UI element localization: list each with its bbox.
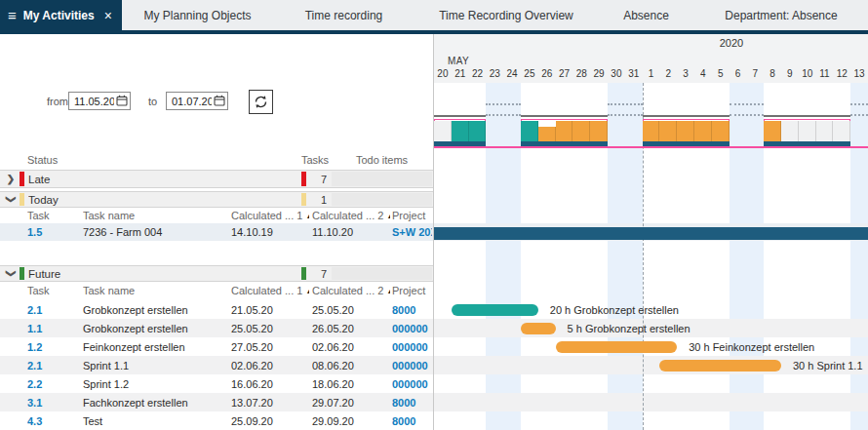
day-header-cell: 22 (469, 68, 487, 82)
to-date-wrap (166, 92, 228, 110)
task-row[interactable]: 1.2Feinkonzept erstellen27.05.2002.06.20… (0, 337, 433, 356)
task-id-link[interactable]: 2.1 (27, 356, 78, 374)
histogram-bar-planned (659, 121, 677, 141)
calendar-icon[interactable] (116, 95, 128, 106)
subcolumn-header-calculated-2[interactable]: Calculated ... 2▲ (312, 282, 390, 299)
tasks-count: 1 (307, 192, 327, 207)
chevron-expanded-icon[interactable]: ❯ (4, 193, 19, 207)
tab-time-recording-overview[interactable]: Time Recording Overview (414, 0, 598, 30)
close-icon[interactable]: × (104, 8, 112, 23)
capacity-limit-bottom-line (434, 146, 868, 148)
subheader-row: TaskTask nameCalculated ... 1▲Calculated… (0, 208, 433, 223)
weekend-column (625, 83, 643, 430)
task-id-link[interactable]: 2.2 (27, 374, 78, 393)
capacity-dotted-line (730, 103, 765, 105)
task-row[interactable]: 3.1Fachkonzept erstellen13.07.2029.07.20… (0, 393, 433, 411)
calculated-date-1: 13.07.20 (231, 393, 309, 411)
group-row-today[interactable]: ❯Today1 (0, 191, 433, 208)
menu-icon[interactable]: ≡ (8, 7, 17, 23)
capacity-top-line (521, 115, 608, 117)
task-id-link[interactable]: 1.5 (27, 223, 78, 241)
task-name: Grobkonzept erstellen (83, 300, 227, 319)
task-name: Grobkonzept erstellen (83, 319, 227, 337)
day-header-cell: 11 (816, 68, 834, 82)
subcolumn-header-calculated-1[interactable]: Calculated ... 1▲ (231, 282, 309, 299)
day-header-cell: 2 (659, 68, 677, 82)
full-span-task-bar[interactable] (434, 227, 868, 240)
calculated-date-2: 25.05.20 (312, 300, 390, 319)
tab-department-absence[interactable]: Department: Absence (694, 0, 868, 30)
project-link[interactable]: 8000 (392, 393, 432, 411)
year-label: 2020 (707, 37, 756, 49)
day-header-cell: 23 (486, 68, 503, 82)
subcolumn-header-calculated-2[interactable]: Calculated ... 2▲ (312, 208, 390, 223)
subcolumn-header-calculated-1[interactable]: Calculated ... 1▲ (231, 208, 309, 223)
project-link[interactable]: 000000 (392, 356, 432, 374)
group-row-future[interactable]: ❯Future7 (0, 265, 433, 282)
capacity-top-line (643, 115, 730, 117)
day-header-cell: 29 (590, 68, 608, 82)
task-id-link[interactable]: 2.1 (27, 300, 78, 319)
calculated-date-2: 29.09.20 (312, 411, 390, 430)
tab-absence[interactable]: Absence (598, 0, 694, 30)
calculated-date-2: 11.10.20 (312, 223, 390, 241)
task-row[interactable]: 1.1Grobkonzept erstellen25.05.2026.05.20… (0, 319, 433, 337)
task-row[interactable]: 1.57236 - Farm 00414.10.1911.10.20S+W 20… (0, 223, 433, 241)
chevron-collapsed-icon[interactable]: ❯ (4, 171, 18, 187)
gantt-bar-30-h-sprint-1-1[interactable] (659, 360, 781, 371)
status-strip (301, 193, 306, 206)
project-link[interactable]: 000000 (392, 374, 432, 393)
calendar-icon[interactable] (214, 95, 225, 106)
project-link[interactable]: 8000 (392, 411, 432, 430)
group-row-late[interactable]: ❯Late7 (0, 170, 433, 188)
task-id-link[interactable]: 1.2 (27, 337, 78, 356)
gantt-bar-30-h-feinkonzept-erstellen[interactable] (556, 341, 678, 353)
capacity-dotted-line (608, 103, 643, 105)
histogram-bar-booked (469, 121, 487, 141)
gantt-bar-label: 30 h Feinkonzept erstellen (689, 340, 814, 354)
from-date-wrap (68, 92, 131, 110)
tab-bar: ≡ My Activities × My Planning ObjectsTim… (0, 0, 868, 30)
app-window: ≡ My Activities × My Planning ObjectsTim… (0, 0, 868, 430)
histogram-bar-planned (572, 121, 590, 141)
capacity-dotted-line (850, 114, 868, 116)
histogram-bar-empty (434, 121, 452, 141)
task-row[interactable]: 2.1Sprint 1.102.06.2008.06.20000000 (0, 356, 433, 374)
day-header-cell: 8 (764, 68, 781, 82)
task-row[interactable]: 2.1Grobkonzept erstellen21.05.2025.05.20… (0, 300, 433, 319)
sort-ascending-icon: ▲ (386, 288, 390, 294)
task-row[interactable]: 4.3Test25.09.2029.09.208000 (0, 411, 433, 430)
task-id-link[interactable]: 3.1 (27, 393, 78, 411)
task-id-link[interactable]: 1.1 (27, 319, 78, 337)
chevron-expanded-icon[interactable]: ❯ (4, 267, 19, 281)
task-name: Sprint 1.2 (83, 374, 227, 393)
histogram-bar-planned (694, 121, 712, 141)
tab-my-activities[interactable]: ≡ My Activities × (0, 0, 122, 30)
calculated-date-1: 02.06.20 (231, 356, 309, 374)
histogram-bar-planned-partial (538, 127, 556, 141)
gantt-bar-label: 20 h Grobkonzept erstellen (550, 303, 679, 317)
project-link[interactable]: 000000 (392, 319, 432, 337)
refresh-button[interactable] (249, 90, 273, 114)
tab-my-planning-objects[interactable]: My Planning Objects (122, 0, 273, 30)
tab-time-recording[interactable]: Time recording (273, 0, 414, 30)
task-row[interactable]: 2.2Sprint 1.216.06.2018.06.20000000 (0, 374, 433, 393)
project-link[interactable]: 8000 (392, 300, 432, 319)
day-header-cell: 10 (799, 68, 816, 82)
day-header-cell: 7 (746, 68, 764, 82)
project-link[interactable]: 000000 (392, 337, 432, 356)
weekend-column (486, 83, 503, 430)
status-strip (301, 172, 306, 186)
column-header-todo-items: Todo items (332, 151, 432, 168)
tasks-count: 7 (307, 266, 327, 281)
gantt-bar-5-h-grobkonzept-erstellen[interactable] (521, 323, 556, 334)
subcolumn-header-task-name: Task name (83, 208, 227, 223)
calculated-date-1: 27.05.20 (231, 337, 309, 356)
task-id-link[interactable]: 4.3 (27, 411, 78, 430)
capacity-histogram-group (521, 115, 608, 148)
project-link[interactable]: S+W 20X (392, 223, 432, 241)
subcolumn-header-task: Task (27, 208, 78, 223)
calculated-date-2: 08.06.20 (312, 356, 390, 374)
status-strip (20, 193, 24, 206)
gantt-bar-20-h-grobkonzept-erstellen[interactable] (452, 304, 538, 316)
